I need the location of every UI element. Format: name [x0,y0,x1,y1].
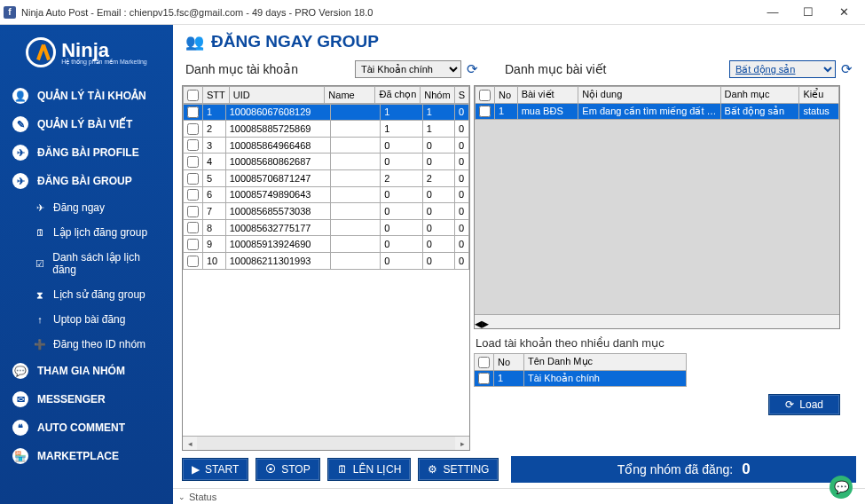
sidebar-sub-label: Đăng ngay [53,201,105,214]
row-checkbox[interactable] [478,373,490,384]
titlebar: f Ninja Auto Post - Email : chienpv15.fs… [0,0,865,25]
status-label: Status [189,492,216,502]
row-checkbox[interactable] [187,156,199,168]
sidebar-item[interactable]: 💬THAM GIA NHÓM [0,357,173,385]
row-checkbox[interactable] [187,222,199,233]
sidebar-sub-icon: ➕ [34,339,46,350]
table-row[interactable]: 1Tài Khoản chính [475,370,687,387]
setting-button[interactable]: ⚙SETTING [418,458,499,481]
start-button[interactable]: ▶START [182,458,248,481]
sidebar-subitem[interactable]: ☑Danh sách lập lịch đăng [0,245,173,282]
refresh-accounts-icon[interactable]: ⟳ [467,61,478,77]
sidebar-item-label: MARKETPLACE [37,450,119,462]
accounts-hscroll[interactable]: ◂▸ [183,436,469,450]
maximize-button[interactable]: ☐ [790,1,826,24]
row-checkbox[interactable] [187,139,199,151]
sidebar-sub-label: Lập lịch đăng group [53,226,147,239]
multi-category-title: Load tài khoản theo nhiều danh mục [474,335,840,353]
col-no[interactable]: No [495,87,518,104]
col-stt[interactable]: STT [203,87,230,104]
schedule-button[interactable]: 🗓LÊN LỊCH [327,458,412,481]
col-s[interactable]: S [454,87,468,104]
table-row[interactable]: 8100085632775177 000 [184,219,469,236]
sidebar-icon: ✈ [12,145,28,161]
stop-icon: ⦿ [265,463,276,476]
table-row[interactable]: 7100085685573038 000 [184,203,469,220]
table-row[interactable]: 4100085680862687 000 [184,154,469,170]
multi-category-table[interactable]: No Tên Danh Mục 1Tài Khoản chính [474,353,687,387]
posts-select-all[interactable] [479,90,491,101]
row-checkbox[interactable] [187,206,199,217]
sidebar-icon: ✉ [12,391,28,407]
sidebar-icon: 👤 [12,88,28,104]
sidebar-icon: ❝ [12,420,28,436]
total-posted: Tổng nhóm đã đăng: 0 [511,456,856,483]
table-row[interactable]: 1mua BĐSEm đang cần tìm miếng đất …Bất đ… [476,103,839,120]
sidebar-sub-icon: ☑ [34,258,45,270]
page-title: ĐĂNG NGAY GROUP [211,32,379,51]
post-category-label: Danh mục bài viết [505,62,606,76]
accounts-select-all[interactable] [187,90,199,101]
sidebar-subitem[interactable]: ✈Đăng ngay [0,195,173,220]
table-row[interactable]: 6100085749890643 000 [184,186,469,203]
close-button[interactable]: ✕ [826,1,861,24]
sidebar-sub-icon: ⧗ [34,289,46,301]
stop-button[interactable]: ⦿STOP [256,458,319,481]
sidebar-icon: 🏪 [12,448,28,464]
posts-hscroll[interactable]: ◂▸ [475,314,839,328]
load-icon: ⟳ [785,398,794,411]
row-checkbox[interactable] [479,106,491,117]
post-category-select[interactable]: Bất động sản [729,60,836,78]
sidebar-item[interactable]: ✈ĐĂNG BÀI PROFILE [0,138,173,167]
row-checkbox[interactable] [187,239,199,250]
row-checkbox[interactable] [187,106,199,118]
table-row[interactable]: 10100086211301993 000 [184,252,469,269]
refresh-posts-icon[interactable]: ⟳ [841,61,853,77]
row-checkbox[interactable] [187,173,199,185]
sidebar-icon: 💬 [12,363,28,379]
sidebar-subitem[interactable]: ↑Uptop bài đăng [0,307,173,332]
sidebar-item[interactable]: ❝AUTO COMMENT [0,413,173,442]
sidebar-sub-icon: 🗓 [34,227,46,238]
sidebar-icon: ✈ [12,173,28,189]
sidebar-item[interactable]: ✎QUẢN LÝ BÀI VIẾT [0,110,173,138]
row-checkbox[interactable] [187,123,199,135]
col-noidung[interactable]: Nội dung [578,87,720,104]
col-name[interactable]: Name [325,87,375,104]
sidebar-subitem[interactable]: ⧗Lịch sử đăng group [0,282,173,307]
col-danhmuc[interactable]: Danh mục [720,87,799,104]
account-category-label: Danh mục tài khoản [185,62,298,76]
status-bar[interactable]: ⌄ Status [173,488,865,504]
table-row[interactable]: 3100085864966468 000 [184,137,469,154]
sidebar-subitem[interactable]: ➕Đăng theo ID nhóm [0,332,173,357]
gear-icon: ⚙ [428,463,437,476]
window-title: Ninja Auto Post - Email : chienpv15.fsc@… [21,7,755,18]
load-button[interactable]: ⟳ Load [768,394,840,415]
col-baiviet[interactable]: Bài viết [517,87,578,104]
col-kieu[interactable]: Kiểu [799,87,839,104]
row-checkbox[interactable] [187,189,199,201]
minimize-button[interactable]: — [755,1,790,24]
col-nhom[interactable]: Nhóm [421,87,454,104]
sidebar-item[interactable]: 🏪MARKETPLACE [0,442,173,470]
posts-table[interactable]: No Bài viết Nội dung Danh mục Kiểu 1mua … [474,85,840,329]
row-checkbox[interactable] [187,256,199,267]
table-row[interactable]: 9100085913924690 000 [184,236,469,253]
col-mc-ten[interactable]: Tên Danh Mục [524,354,687,371]
table-row[interactable]: 2100085885725869 110 [184,121,469,138]
table-row[interactable]: 5100085706871247 220 [184,169,469,186]
support-chat-button[interactable]: 💬 [830,476,853,499]
multicat-select-all[interactable] [478,357,490,368]
sidebar-icon: ✎ [12,116,28,132]
sidebar-item[interactable]: ✉MESSENGER [0,385,173,413]
col-dachon[interactable]: Đã chọn [375,87,421,104]
sidebar-subitem[interactable]: 🗓Lập lịch đăng group [0,220,173,245]
table-row[interactable]: 1100086067608129 110 [184,104,469,121]
col-mc-no[interactable]: No [494,354,524,371]
accounts-table[interactable]: STT UID Name Đã chọn Nhóm S 110008606760… [182,85,470,451]
account-category-select[interactable]: Tài Khoản chính [355,60,461,78]
sidebar-sub-label: Đăng theo ID nhóm [53,338,145,350]
sidebar-item[interactable]: 👤QUẢN LÝ TÀI KHOẢN [0,82,173,110]
sidebar-item[interactable]: ✈ĐĂNG BÀI GROUP [0,167,173,195]
col-uid[interactable]: UID [229,87,325,104]
